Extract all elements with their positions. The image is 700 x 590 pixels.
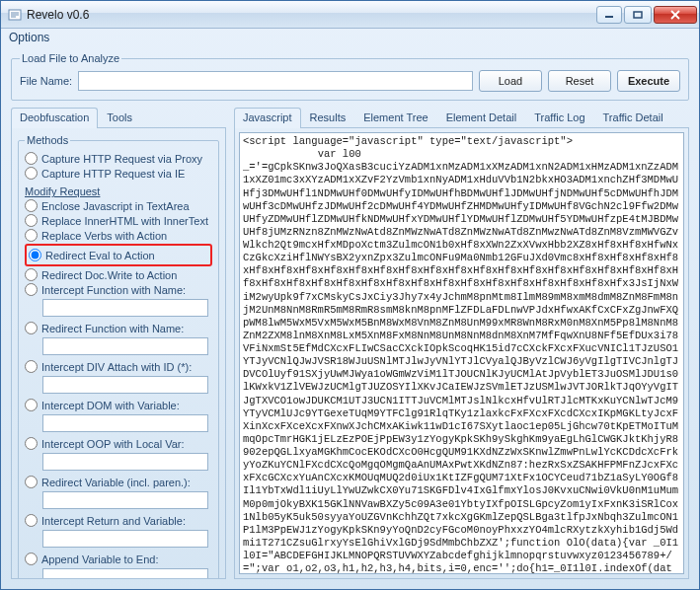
tab-javascript[interactable]: Javascript [234,108,301,128]
opt-redirect-fn-name[interactable]: Redirect Function with Name: [25,322,212,334]
methods-group: Methods Capture HTTP Request via Proxy C… [18,134,219,579]
filename-label: File Name: [20,75,72,87]
opt-intercept-return-var[interactable]: Intercept Return and Variable: [25,514,212,527]
close-button[interactable] [654,6,697,24]
left-pane: Deobfuscation Tools Methods Capture HTTP… [11,107,226,579]
opt-intercept-dom-var[interactable]: Intercept DOM with Variable: [25,399,212,411]
opt-redirect-eval[interactable]: Redirect Eval to Action [29,249,208,261]
javascript-code-view[interactable] [239,132,684,574]
left-panel: Methods Capture HTTP Request via Proxy C… [11,128,226,579]
opt-enclose-js[interactable]: Enclose Javascript in TextArea [25,199,212,212]
left-tabstrip: Deobfuscation Tools [11,107,226,128]
tab-tools[interactable]: Tools [98,108,141,128]
opt-replace-verbs[interactable]: Replace Verbs with Action [25,229,212,242]
opt-capture-ie[interactable]: Capture HTTP Request via IE [25,167,212,180]
opt-redirect-var-paren[interactable]: Redirect Variable (incl. paren.): [25,476,212,488]
input-intercept-oop-var[interactable] [42,453,208,471]
right-pane: Javascript Results Element Tree Element … [234,107,689,579]
methods-legend: Methods [25,134,70,146]
load-file-group: Load File to Analyze File Name: Load Res… [11,52,689,101]
content-area: Load File to Analyze File Name: Load Res… [1,48,699,589]
opt-redirect-docwrite[interactable]: Redirect Doc.Write to Action [25,268,212,281]
input-redirect-var-paren[interactable] [42,491,208,509]
modify-request-header: Modify Request [25,185,212,197]
app-icon [7,7,23,23]
tab-deobfuscation[interactable]: Deobfuscation [11,108,98,128]
opt-intercept-oop-var[interactable]: Intercept OOP with Local Var: [25,437,212,450]
right-tabstrip: Javascript Results Element Tree Element … [234,107,689,128]
svg-rect-5 [634,12,642,18]
opt-intercept-div-id[interactable]: Intercept DIV Attach with ID (*): [25,360,212,373]
menu-bar: Options [1,29,699,48]
tab-traffic-detail[interactable]: Traffic Detail [594,108,672,128]
opt-intercept-fn-name[interactable]: Intercept Function with Name: [25,283,212,296]
highlight-redirect-eval: Redirect Eval to Action [25,244,212,266]
window-title: Revelo v0.6 [27,8,594,22]
window-buttons [594,6,697,24]
input-intercept-div-id[interactable] [42,376,208,394]
execute-button[interactable]: Execute [617,70,680,92]
load-file-legend: Load File to Analyze [20,52,121,64]
input-append-var-end[interactable] [42,568,208,579]
tab-element-detail[interactable]: Element Detail [437,108,526,128]
input-intercept-dom-var[interactable] [42,414,208,432]
titlebar: Revelo v0.6 [1,1,699,29]
tab-results[interactable]: Results [301,108,355,128]
filename-input[interactable] [78,71,473,91]
opt-capture-proxy[interactable]: Capture HTTP Request via Proxy [25,152,212,165]
menu-options[interactable]: Options [9,31,49,44]
input-intercept-return-var[interactable] [42,530,208,548]
opt-append-var-end[interactable]: Append Variable to End: [25,553,212,565]
minimize-button[interactable] [596,6,622,24]
input-redirect-fn-name[interactable] [42,337,208,355]
maximize-button[interactable] [624,6,652,24]
tab-traffic-log[interactable]: Traffic Log [525,108,593,128]
opt-replace-inner[interactable]: Replace InnerHTML with InnerText [25,214,212,227]
input-intercept-fn-name[interactable] [42,299,208,317]
load-button[interactable]: Load [479,70,542,92]
app-window: Revelo v0.6 Options Load File to Analyze… [0,0,700,590]
tab-element-tree[interactable]: Element Tree [354,108,436,128]
reset-button[interactable]: Reset [548,70,611,92]
right-panel [234,128,689,579]
